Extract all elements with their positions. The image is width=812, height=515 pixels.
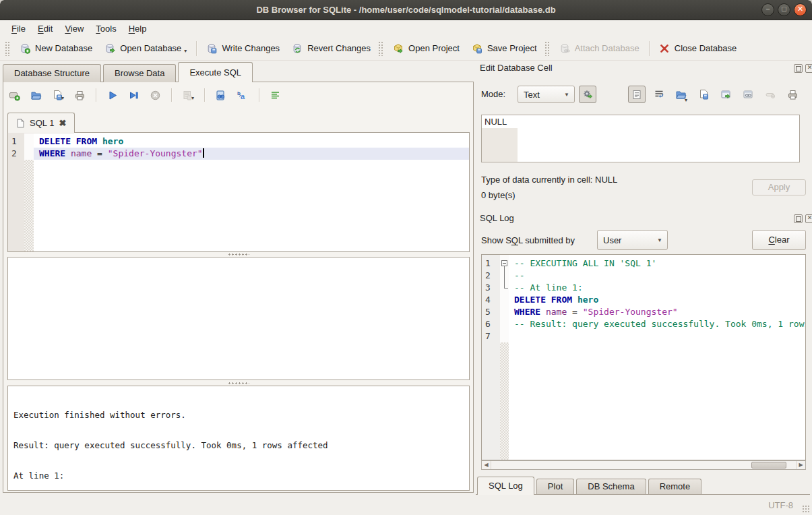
fold-margin <box>24 133 34 251</box>
chevron-down-icon: ▼ <box>657 237 662 243</box>
tab-database-structure[interactable]: Database Structure <box>3 64 101 82</box>
open-database-button[interactable]: Open Database ▾ <box>98 40 193 57</box>
minimize-button[interactable]: − <box>761 3 774 16</box>
text-mode-button[interactable] <box>628 86 646 103</box>
message-line: At line 1: <box>13 471 464 481</box>
sql-editor[interactable]: 1 2 DELETE FROM hero WHERE name = "Spide… <box>7 132 470 252</box>
log-line: WHERE name = "Spider-Youngster" <box>509 306 805 318</box>
toolbar-separator <box>171 88 172 102</box>
resize-grip[interactable] <box>802 505 810 513</box>
close-dock-icon[interactable] <box>805 214 812 223</box>
apply-button: Apply <box>752 179 806 195</box>
sql-1-tab[interactable]: SQL 1 ✖ <box>7 113 75 133</box>
execute-all-icon[interactable] <box>106 90 118 101</box>
message-line: Execution finished without errors. <box>13 410 464 420</box>
results-pane[interactable] <box>7 257 470 380</box>
message-line: Result: query executed successfully. Too… <box>13 440 464 450</box>
chevron-down-icon: ▼ <box>564 92 569 98</box>
toolbar-drag-handle[interactable] <box>378 41 383 56</box>
splitter-handle[interactable] <box>7 252 470 256</box>
tab-sql-log[interactable]: SQL Log <box>477 477 534 494</box>
tab-db-schema[interactable]: DB Schema <box>576 479 646 494</box>
open-database-icon <box>104 43 115 54</box>
open-database-dropdown-icon[interactable]: ▾ <box>184 48 187 54</box>
menu-view[interactable]: View <box>59 22 90 35</box>
auto-switch-mode-button[interactable] <box>579 86 596 103</box>
edit-cell-dock-title: Edit Database Cell <box>480 63 553 73</box>
log-horizontal-scrollbar[interactable]: ◀ ▶ <box>481 460 806 470</box>
open-project-button[interactable]: Open Project <box>387 40 466 57</box>
toolbar-drag-handle[interactable] <box>5 41 9 56</box>
save-project-button[interactable]: Save Project <box>466 40 543 57</box>
tab-execute-sql[interactable]: Execute SQL <box>178 62 253 82</box>
find-replace-icon[interactable]: ba <box>237 90 249 101</box>
app-window: DB Browser for SQLite - /home/user/code/… <box>0 0 812 515</box>
import-dropdown-icon[interactable]: ▾ <box>685 97 687 103</box>
log-code-area[interactable]: -- EXECUTING ALL IN 'SQL 1' -- -- At lin… <box>509 255 805 460</box>
find-icon[interactable] <box>215 90 226 101</box>
save-sql-dropdown-icon[interactable]: ▾ <box>61 95 64 101</box>
print-icon[interactable] <box>74 90 86 101</box>
toolbar-drag-handle[interactable] <box>544 41 549 56</box>
float-dock-icon[interactable] <box>794 64 803 73</box>
set-null-icon <box>761 86 779 103</box>
execute-current-line-icon[interactable] <box>128 90 139 101</box>
new-database-button[interactable]: New Database <box>13 40 98 57</box>
statusbar: UTF-8 <box>0 495 812 515</box>
new-database-icon <box>20 43 30 54</box>
fold-collapse-icon[interactable] <box>501 260 507 266</box>
scroll-left-icon[interactable]: ◀ <box>482 461 491 469</box>
sql-log-viewer[interactable]: 1 2 3 4 5 6 7 -- EXECUTING ALL IN 'SQL 1… <box>481 254 806 460</box>
maximize-button[interactable]: □ <box>778 3 790 16</box>
splitter-handle[interactable] <box>7 381 470 385</box>
export-text-icon[interactable] <box>695 86 712 103</box>
close-database-button[interactable]: Close Database <box>653 40 743 57</box>
main-toolbar: New Database Open Database ▾ Write Chang… <box>0 36 812 61</box>
close-button[interactable]: ✕ <box>794 3 807 16</box>
scroll-right-icon[interactable]: ▶ <box>796 461 805 469</box>
clear-log-button[interactable]: Clear <box>752 230 806 250</box>
tab-plot[interactable]: Plot <box>536 479 574 494</box>
menu-help[interactable]: Help <box>123 22 153 35</box>
write-changes-button[interactable]: Write Changes <box>200 40 286 57</box>
toolbar-separator <box>259 88 259 102</box>
sql-code-area[interactable]: DELETE FROM hero WHERE name = "Spider-Yo… <box>34 133 469 251</box>
save-results-icon: ▾ <box>182 90 194 101</box>
cell-value-editor[interactable]: NULL <box>481 115 800 162</box>
save-sql-file-icon[interactable]: ▾ <box>52 90 64 101</box>
print-cell-icon[interactable] <box>784 86 801 103</box>
dock-tabbar: SQL Log Plot DB Schema Remote <box>476 477 810 495</box>
format-sql-icon[interactable] <box>270 90 281 101</box>
cell-type-info: Type of data currently in cell: NULL <box>481 175 617 185</box>
write-changes-icon <box>206 43 217 54</box>
menu-tools[interactable]: Tools <box>90 22 122 35</box>
sql-editor-toolbar: ▾ ▾ ba <box>9 86 281 104</box>
mode-select[interactable]: Text ▼ <box>518 86 575 103</box>
log-line <box>509 330 805 342</box>
toolbar-separator <box>96 88 96 102</box>
tab-browse-data[interactable]: Browse Data <box>103 64 176 82</box>
tab-remote[interactable]: Remote <box>648 479 702 494</box>
revert-changes-button[interactable]: Revert Changes <box>286 40 377 57</box>
fold-marker <box>504 288 508 289</box>
word-wrap-icon[interactable] <box>650 86 668 103</box>
log-filter-select[interactable]: User ▼ <box>597 230 668 250</box>
log-line: -- Result: query executed successfully. … <box>509 318 805 330</box>
edit-cell-dock-buttons <box>794 64 812 73</box>
open-sql-file-icon[interactable] <box>30 90 42 101</box>
menu-file[interactable]: File <box>5 22 32 35</box>
open-in-window-icon[interactable] <box>717 86 735 103</box>
execution-message-pane[interactable]: Execution finished without errors. Resul… <box>7 386 470 491</box>
close-sql-tab-icon[interactable]: ✖ <box>59 118 66 128</box>
close-dock-icon[interactable] <box>805 64 812 73</box>
menu-edit[interactable]: Edit <box>32 22 59 35</box>
copy-link-icon[interactable] <box>739 86 757 103</box>
toolbar-separator <box>196 41 197 56</box>
titlebar[interactable]: DB Browser for SQLite - /home/user/code/… <box>0 0 812 20</box>
open-sql-tab-icon[interactable] <box>9 90 20 101</box>
float-dock-icon[interactable] <box>794 214 803 223</box>
scrollbar-thumb[interactable] <box>751 462 786 468</box>
import-text-icon[interactable]: ▾ <box>673 86 690 103</box>
cell-size-info: 0 byte(s) <box>481 190 516 200</box>
svg-text:a: a <box>241 92 245 100</box>
